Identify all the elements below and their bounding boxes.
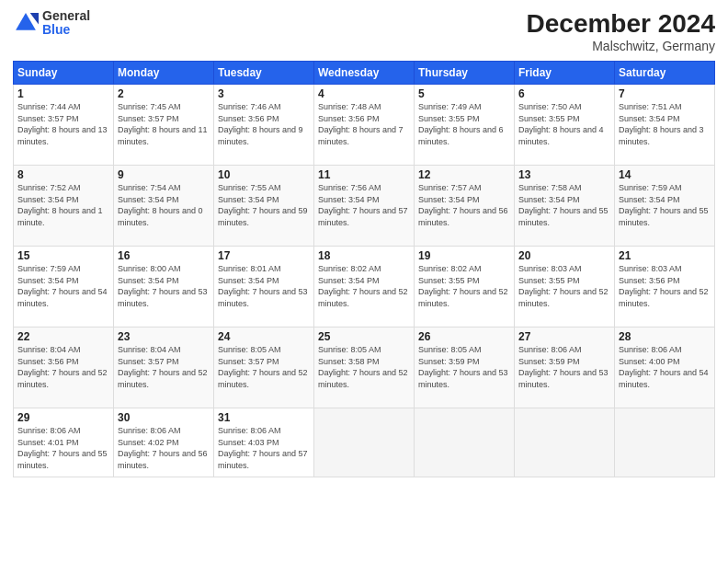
day-info: Sunrise: 8:05 AM Sunset: 3:57 PM Dayligh… [218, 344, 310, 390]
day-info: Sunrise: 7:58 AM Sunset: 3:54 PM Dayligh… [518, 182, 610, 228]
day-info: Sunrise: 7:48 AM Sunset: 3:56 PM Dayligh… [318, 101, 410, 147]
day-number: 30 [118, 411, 210, 424]
calendar-container: General Blue December 2024 Malschwitz, G… [0, 0, 728, 563]
day-number: 22 [17, 330, 109, 343]
day-info: Sunrise: 7:45 AM Sunset: 3:57 PM Dayligh… [118, 101, 210, 147]
header-monday: Monday [114, 62, 214, 85]
day-info: Sunrise: 7:55 AM Sunset: 3:54 PM Dayligh… [218, 182, 310, 228]
calendar-cell: 6 Sunrise: 7:50 AM Sunset: 3:55 PM Dayli… [515, 85, 615, 166]
day-info: Sunrise: 8:06 AM Sunset: 4:00 PM Dayligh… [619, 344, 711, 390]
calendar-cell: 21 Sunrise: 8:03 AM Sunset: 3:56 PM Dayl… [615, 247, 715, 327]
day-number: 5 [418, 87, 510, 100]
day-info: Sunrise: 8:03 AM Sunset: 3:56 PM Dayligh… [619, 263, 711, 309]
header-wednesday: Wednesday [314, 62, 415, 85]
calendar-cell: 27 Sunrise: 8:06 AM Sunset: 3:59 PM Dayl… [515, 327, 615, 408]
day-info: Sunrise: 8:06 AM Sunset: 4:03 PM Dayligh… [218, 425, 310, 471]
calendar-cell: 24 Sunrise: 8:05 AM Sunset: 3:57 PM Dayl… [214, 327, 314, 408]
day-number: 4 [318, 87, 410, 100]
day-info: Sunrise: 7:50 AM Sunset: 3:55 PM Dayligh… [518, 101, 610, 147]
day-number: 7 [619, 87, 711, 100]
calendar-cell: 2 Sunrise: 7:45 AM Sunset: 3:57 PM Dayli… [114, 85, 214, 166]
calendar-cell: 15 Sunrise: 7:59 AM Sunset: 3:54 PM Dayl… [14, 247, 114, 327]
calendar-cell: 10 Sunrise: 7:55 AM Sunset: 3:54 PM Dayl… [214, 166, 314, 247]
calendar-cell: 13 Sunrise: 7:58 AM Sunset: 3:54 PM Dayl… [515, 166, 615, 247]
header-thursday: Thursday [415, 62, 515, 85]
header-saturday: Saturday [615, 62, 715, 85]
calendar-cell: 18 Sunrise: 8:02 AM Sunset: 3:54 PM Dayl… [314, 247, 415, 327]
logo-icon [13, 10, 39, 36]
day-number: 21 [619, 249, 711, 262]
location: Malschwitz, Germany [527, 39, 715, 53]
day-number: 9 [118, 168, 210, 181]
day-info: Sunrise: 7:56 AM Sunset: 3:54 PM Dayligh… [318, 182, 410, 228]
calendar-cell: 29 Sunrise: 8:06 AM Sunset: 4:01 PM Dayl… [14, 408, 114, 477]
calendar-cell: 28 Sunrise: 8:06 AM Sunset: 4:00 PM Dayl… [615, 327, 715, 408]
calendar-cell: 30 Sunrise: 8:06 AM Sunset: 4:02 PM Dayl… [114, 408, 214, 477]
calendar-cell: 16 Sunrise: 8:00 AM Sunset: 3:54 PM Dayl… [114, 247, 214, 327]
day-number: 23 [118, 330, 210, 343]
logo-general-text: General [42, 9, 90, 23]
calendar-cell [515, 408, 615, 477]
logo-blue-text: Blue [42, 23, 90, 37]
calendar-cell: 5 Sunrise: 7:49 AM Sunset: 3:55 PM Dayli… [415, 85, 515, 166]
day-info: Sunrise: 8:05 AM Sunset: 3:59 PM Dayligh… [418, 344, 510, 390]
day-number: 8 [17, 168, 109, 181]
day-number: 29 [17, 411, 109, 424]
calendar-cell: 23 Sunrise: 8:04 AM Sunset: 3:57 PM Dayl… [114, 327, 214, 408]
day-number: 16 [118, 249, 210, 262]
day-info: Sunrise: 7:59 AM Sunset: 3:54 PM Dayligh… [619, 182, 711, 228]
day-info: Sunrise: 7:49 AM Sunset: 3:55 PM Dayligh… [418, 101, 510, 147]
calendar-cell: 19 Sunrise: 8:02 AM Sunset: 3:55 PM Dayl… [415, 247, 515, 327]
day-info: Sunrise: 7:59 AM Sunset: 3:54 PM Dayligh… [17, 263, 109, 309]
calendar-cell: 17 Sunrise: 8:01 AM Sunset: 3:54 PM Dayl… [214, 247, 314, 327]
day-number: 10 [218, 168, 310, 181]
day-number: 14 [619, 168, 711, 181]
day-info: Sunrise: 8:02 AM Sunset: 3:54 PM Dayligh… [318, 263, 410, 309]
day-info: Sunrise: 7:51 AM Sunset: 3:54 PM Dayligh… [619, 101, 711, 147]
header-tuesday: Tuesday [214, 62, 314, 85]
day-number: 19 [418, 249, 510, 262]
day-info: Sunrise: 7:46 AM Sunset: 3:56 PM Dayligh… [218, 101, 310, 147]
calendar-cell: 14 Sunrise: 7:59 AM Sunset: 3:54 PM Dayl… [615, 166, 715, 247]
day-number: 25 [318, 330, 410, 343]
day-number: 24 [218, 330, 310, 343]
calendar-cell [415, 408, 515, 477]
title-block: December 2024 Malschwitz, Germany [527, 9, 715, 53]
day-info: Sunrise: 8:06 AM Sunset: 4:02 PM Dayligh… [118, 425, 210, 471]
day-number: 3 [218, 87, 310, 100]
calendar-cell [615, 408, 715, 477]
day-info: Sunrise: 8:02 AM Sunset: 3:55 PM Dayligh… [418, 263, 510, 309]
day-info: Sunrise: 7:52 AM Sunset: 3:54 PM Dayligh… [17, 182, 109, 228]
day-info: Sunrise: 8:01 AM Sunset: 3:54 PM Dayligh… [218, 263, 310, 309]
day-info: Sunrise: 8:05 AM Sunset: 3:58 PM Dayligh… [318, 344, 410, 390]
day-number: 27 [518, 330, 610, 343]
day-number: 11 [318, 168, 410, 181]
logo: General Blue [13, 9, 90, 38]
calendar-cell: 11 Sunrise: 7:56 AM Sunset: 3:54 PM Dayl… [314, 166, 415, 247]
day-number: 20 [518, 249, 610, 262]
calendar-cell: 8 Sunrise: 7:52 AM Sunset: 3:54 PM Dayli… [14, 166, 114, 247]
day-number: 13 [518, 168, 610, 181]
calendar-cell: 22 Sunrise: 8:04 AM Sunset: 3:56 PM Dayl… [14, 327, 114, 408]
day-number: 17 [218, 249, 310, 262]
month-title: December 2024 [527, 9, 715, 39]
day-number: 28 [619, 330, 711, 343]
day-info: Sunrise: 8:04 AM Sunset: 3:57 PM Dayligh… [118, 344, 210, 390]
day-number: 31 [218, 411, 310, 424]
day-info: Sunrise: 7:57 AM Sunset: 3:54 PM Dayligh… [418, 182, 510, 228]
day-info: Sunrise: 7:44 AM Sunset: 3:57 PM Dayligh… [17, 101, 109, 147]
calendar-header-row: Sunday Monday Tuesday Wednesday Thursday… [14, 62, 715, 85]
header-friday: Friday [515, 62, 615, 85]
calendar-cell [314, 408, 415, 477]
day-number: 1 [17, 87, 109, 100]
day-number: 26 [418, 330, 510, 343]
day-info: Sunrise: 8:04 AM Sunset: 3:56 PM Dayligh… [17, 344, 109, 390]
calendar-cell: 20 Sunrise: 8:03 AM Sunset: 3:55 PM Dayl… [515, 247, 615, 327]
calendar-cell: 3 Sunrise: 7:46 AM Sunset: 3:56 PM Dayli… [214, 85, 314, 166]
day-info: Sunrise: 8:06 AM Sunset: 4:01 PM Dayligh… [17, 425, 109, 471]
calendar-cell: 25 Sunrise: 8:05 AM Sunset: 3:58 PM Dayl… [314, 327, 415, 408]
calendar-cell: 12 Sunrise: 7:57 AM Sunset: 3:54 PM Dayl… [415, 166, 515, 247]
calendar-table: Sunday Monday Tuesday Wednesday Thursday… [13, 61, 715, 477]
calendar-cell: 26 Sunrise: 8:05 AM Sunset: 3:59 PM Dayl… [415, 327, 515, 408]
calendar-cell: 7 Sunrise: 7:51 AM Sunset: 3:54 PM Dayli… [615, 85, 715, 166]
